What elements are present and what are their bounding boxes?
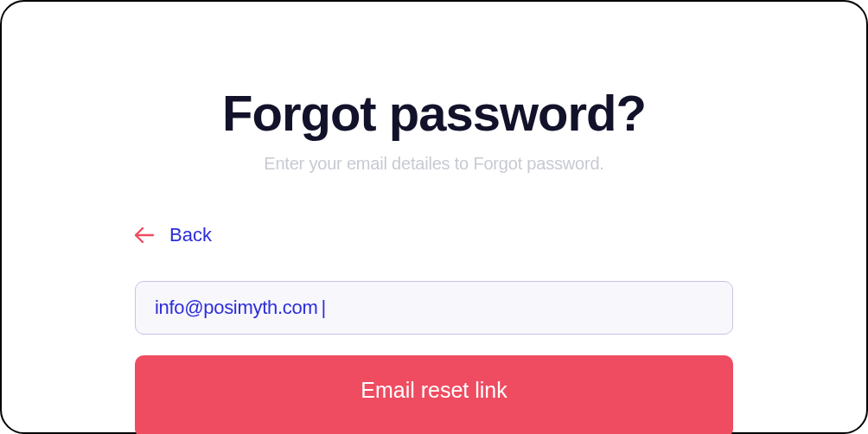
form-area: Back info@posimyth.com| Email reset link — [135, 224, 733, 434]
back-label: Back — [169, 224, 212, 246]
email-reset-link-button[interactable]: Email reset link — [135, 355, 733, 434]
forgot-password-card: Forgot password? Enter your email detail… — [0, 0, 868, 434]
text-caret: | — [321, 297, 326, 319]
back-button[interactable]: Back — [135, 224, 733, 246]
page-title: Forgot password? — [2, 84, 866, 142]
email-value: info@posimyth.com — [155, 297, 317, 319]
email-field[interactable]: info@posimyth.com| — [135, 281, 733, 335]
page-subtitle: Enter your email detailes to Forgot pass… — [2, 154, 866, 174]
arrow-left-icon — [135, 226, 154, 245]
